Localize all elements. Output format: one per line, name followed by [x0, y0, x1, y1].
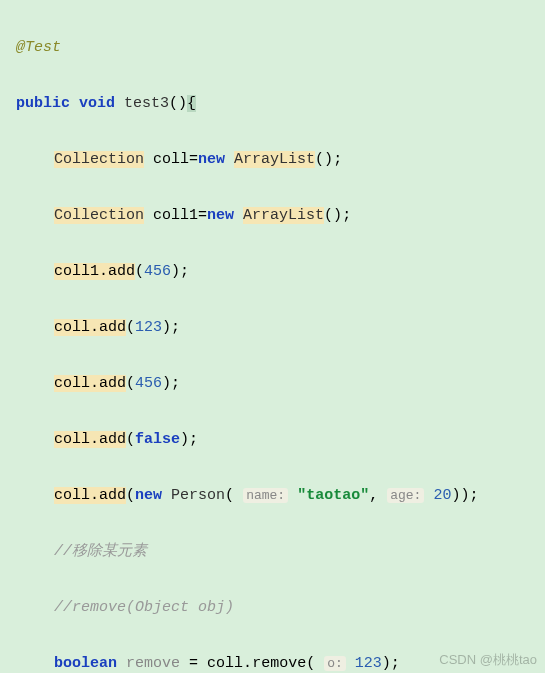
- var-remove: remove: [126, 655, 180, 672]
- type-arraylist: ArrayList: [243, 207, 324, 224]
- comment: //移除某元素: [54, 543, 147, 560]
- op-eq: =: [198, 207, 207, 224]
- expr-coll-add: coll.add: [54, 431, 126, 448]
- line-coll-add-456: coll.add(456);: [16, 370, 545, 398]
- param-hint-age: age:: [387, 488, 424, 503]
- semi: ;: [333, 151, 342, 168]
- op-eq: =: [189, 151, 198, 168]
- line-method-sig: public void test3(){: [16, 90, 545, 118]
- semi: ;: [342, 207, 351, 224]
- paren-close: ): [178, 95, 187, 112]
- type-person: Person: [171, 487, 225, 504]
- line-decl-coll: Collection coll=new ArrayList();: [16, 146, 545, 174]
- line-cmt-remove-elem: //移除某元素: [16, 538, 545, 566]
- expr-coll-add: coll.add: [54, 487, 126, 504]
- empty-args: (): [324, 207, 342, 224]
- line-coll-add-person: coll.add(new Person( name: "taotao", age…: [16, 482, 545, 510]
- param-hint-o: o:: [324, 656, 346, 671]
- kw-void: void: [79, 95, 115, 112]
- kw-public: public: [16, 95, 70, 112]
- line-coll-add-false: coll.add(false);: [16, 426, 545, 454]
- brace-open: {: [187, 95, 196, 112]
- expr-coll-add: coll.add: [54, 319, 126, 336]
- type-collection: Collection: [54, 207, 144, 224]
- const-false: false: [135, 431, 180, 448]
- num-456: 456: [144, 263, 171, 280]
- expr-coll1-add: coll1.add: [54, 263, 135, 280]
- num-20: 20: [433, 487, 451, 504]
- line-cmt-remove-sig: //remove(Object obj): [16, 594, 545, 622]
- code-block: @Test public void test3(){ Collection co…: [0, 0, 545, 673]
- expr-coll-add: coll.add: [54, 375, 126, 392]
- kw-new: new: [135, 487, 162, 504]
- kw-boolean: boolean: [54, 655, 117, 672]
- num-123: 123: [355, 655, 382, 672]
- str-taotao: "taotao": [297, 487, 369, 504]
- line-coll-add-123: coll.add(123);: [16, 314, 545, 342]
- expr-coll-remove: coll.remove: [207, 655, 306, 672]
- param-hint-name: name:: [243, 488, 288, 503]
- line-decl-coll1: Collection coll1=new ArrayList();: [16, 202, 545, 230]
- num-123: 123: [135, 319, 162, 336]
- type-arraylist: ArrayList: [234, 151, 315, 168]
- method-name: test3: [124, 95, 169, 112]
- kw-new: new: [207, 207, 234, 224]
- comment: //remove(Object obj): [54, 599, 234, 616]
- comma: ,: [369, 487, 387, 504]
- type-collection: Collection: [54, 151, 144, 168]
- var-coll1: coll1: [153, 207, 198, 224]
- line-annotation: @Test: [16, 34, 545, 62]
- watermark-text: CSDN @桃桃tao: [439, 651, 537, 669]
- empty-args: (): [315, 151, 333, 168]
- line-coll1-add-456: coll1.add(456);: [16, 258, 545, 286]
- num-456: 456: [135, 375, 162, 392]
- annotation-test: @Test: [16, 39, 61, 56]
- kw-new: new: [198, 151, 225, 168]
- paren-open: (: [169, 95, 178, 112]
- var-coll: coll: [153, 151, 189, 168]
